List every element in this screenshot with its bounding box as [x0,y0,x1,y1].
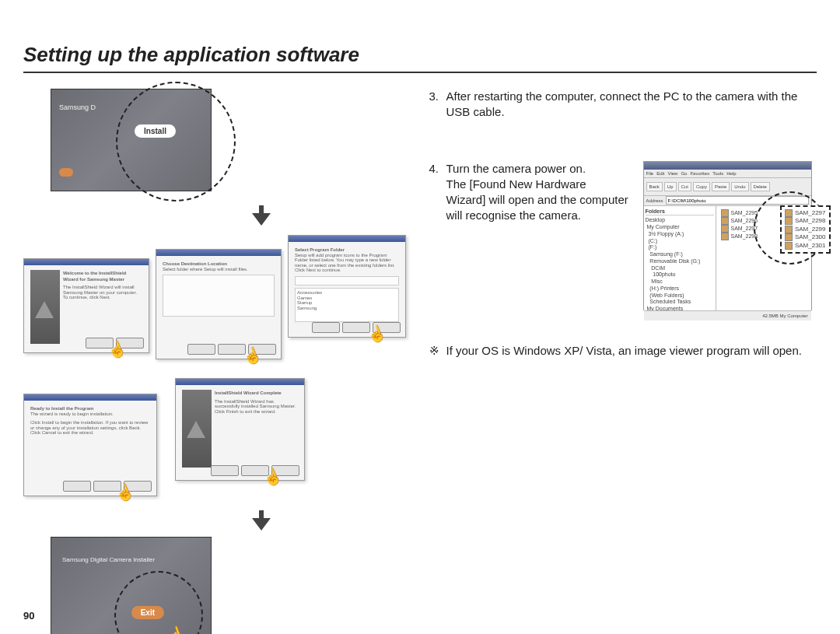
tree-node[interactable]: 100photo [646,271,714,278]
tree-node[interactable]: Scheduled Tasks [646,299,714,306]
wizard-complete-body: The InstallShield Wizard has successfull… [215,399,298,415]
os-note: ※ If your OS is Windows XP/ Vista, an im… [429,343,817,359]
content-columns: Samsung D Install [23,89,817,634]
file-item: SAM_2299 [785,226,826,234]
right-column: 3. After restarting the computer, connec… [429,89,817,634]
step-3: 3. After restarting the computer, connec… [429,89,817,121]
wizard-destination-title: Choose Destination Location [163,261,227,266]
toolbar-button[interactable]: Delete [751,182,770,191]
wizard-row-1: Welcome to the InstallShield Wizard for … [23,235,400,375]
toolbar-button[interactable]: Undo [731,182,748,191]
menu-item[interactable]: View [668,171,678,176]
highlight-circle [116,82,236,201]
step-number: 4. [429,161,442,310]
tree-node[interactable]: (C:) [646,238,714,245]
tree-node[interactable]: (F:) [646,244,714,251]
wizard-destination: Choose Destination Location Select folde… [156,249,282,359]
toolbar-button[interactable]: Copy [693,182,710,191]
explorer-status-bar: 42.5MB My Computer [644,310,811,321]
installer-brand: Samsung D [59,103,96,111]
wizard-next-button[interactable] [342,322,370,333]
wizard-folder-body: Setup will add program icons to the Prog… [295,253,399,273]
file-item: SAM_2301 [785,242,826,250]
wizard-row-2: Ready to Install the Program The wizard … [23,378,400,510]
installer-panel-bottom: Samsung Digital Camera Installer Exit ☝ [51,537,212,634]
menu-item[interactable]: Edit [656,171,664,176]
wizard-complete-title: InstallShield Wizard Complete [215,391,282,395]
wizard-install-button[interactable] [93,481,121,492]
tree-node[interactable]: Misc [646,278,714,285]
explorer-titlebar [644,162,811,170]
wizard-cancel-button[interactable] [116,338,144,349]
explorer-menubar[interactable]: FileEditViewGoFavoritesToolsHelp [644,170,811,178]
step-text: After restarting the computer, connect t… [446,89,817,121]
page-number: 90 [23,610,34,622]
title-rule [23,72,817,73]
wizard-folder-title: Select Program Folder [295,247,345,252]
menu-item[interactable]: Help [726,171,736,176]
wizard-folder-list[interactable]: Accessories Games Startup Samsung [295,288,399,322]
wizard-destination-body: Select folder where Setup will install f… [163,267,275,272]
tree-node[interactable]: (Web Folders) [646,292,714,299]
installer-brand: Samsung Digital Camera Installer [62,556,155,563]
tree-node[interactable]: My Computer [646,224,714,231]
explorer-tree[interactable]: FoldersDesktop My Computer 3½ Floppy (A:… [644,206,716,310]
wizard-welcome: Welcome to the InstallShield Wizard for … [23,258,149,353]
installer-small-button[interactable] [59,168,73,177]
tree-node[interactable]: (H:) Printers [646,285,714,292]
wizard-back-button[interactable] [211,465,239,476]
menu-item[interactable]: Go [681,171,687,176]
wizard-welcome-title: Welcome to the InstallShield Wizard for … [63,271,126,282]
menu-item[interactable]: File [646,171,654,176]
toolbar-button[interactable]: Up [664,182,677,191]
wizard-next-button[interactable] [86,338,114,349]
menu-item[interactable]: Tools [712,171,723,176]
note-symbol: ※ [429,343,442,359]
file-item: SAM_2297 [785,209,826,218]
toolbar-button[interactable]: Back [646,182,663,191]
step-text: Turn the camera power on. The [Found New… [446,161,629,224]
address-label: Address [646,198,663,204]
wizard-finish-button[interactable] [241,465,269,476]
exit-button[interactable]: Exit [131,606,164,619]
wizard-cancel-button[interactable] [373,322,401,333]
file-callout: SAM_2297SAM_2298SAM_2299SAM_2300SAM_2301 [780,205,831,254]
installer-panel-top: Samsung D Install [51,89,212,191]
file-item: SAM_2298 [785,217,826,226]
wizard-ready-sub: The wizard is ready to begin installatio… [30,412,150,417]
wizard-complete: InstallShield Wizard Complete The Instal… [175,378,305,481]
wizard-cancel-button[interactable] [248,344,276,355]
wizard-back-button[interactable] [63,481,91,492]
wizard-next-button[interactable] [218,344,246,355]
arrow-down-icon [123,510,400,531]
manual-page: Setting up the application software Sams… [23,43,817,634]
tree-node[interactable]: My Documents [646,306,714,310]
menu-item[interactable]: Favorites [690,171,709,176]
wizard-program-folder: Select Program Folder Setup will add pro… [288,235,406,338]
tree-node[interactable]: Desktop [646,217,714,224]
explorer-window: FileEditViewGoFavoritesToolsHelp BackUpC… [643,161,812,310]
wizard-back-button[interactable] [312,322,340,333]
arrow-down-icon [123,205,400,226]
wizard-back-button[interactable] [187,344,215,355]
toolbar-button[interactable]: Cut [678,182,691,191]
page-title: Setting up the application software [23,43,817,72]
tree-node[interactable]: 3½ Floppy (A:) [646,231,714,238]
toolbar-button[interactable]: Paste [712,182,730,191]
wizard-welcome-body: The InstallShield Wizard will install Sa… [63,285,142,300]
left-column: Samsung D Install [23,89,400,634]
note-text: If your OS is Windows XP/ Vista, an imag… [446,343,817,359]
tree-node[interactable]: DCIM [646,265,714,272]
tree-node[interactable]: Samsung (F:) [646,251,714,258]
tree-node[interactable]: Removable Disk (G:) [646,258,714,265]
highlight-circle [114,571,203,634]
file-item: SAM_2300 [785,233,826,242]
step-number: 3. [429,89,442,121]
step-4: 4. Turn the camera power on. The [Found … [429,161,817,310]
wizard-cancel-button[interactable] [271,465,299,476]
install-button[interactable]: Install [135,124,176,138]
wizard-ready-title: Ready to Install the Program [30,406,93,411]
wizard-ready: Ready to Install the Program The wizard … [23,394,157,496]
wizard-ready-body: Click Install to begin the installation.… [30,420,150,436]
wizard-cancel-button[interactable] [124,481,152,492]
